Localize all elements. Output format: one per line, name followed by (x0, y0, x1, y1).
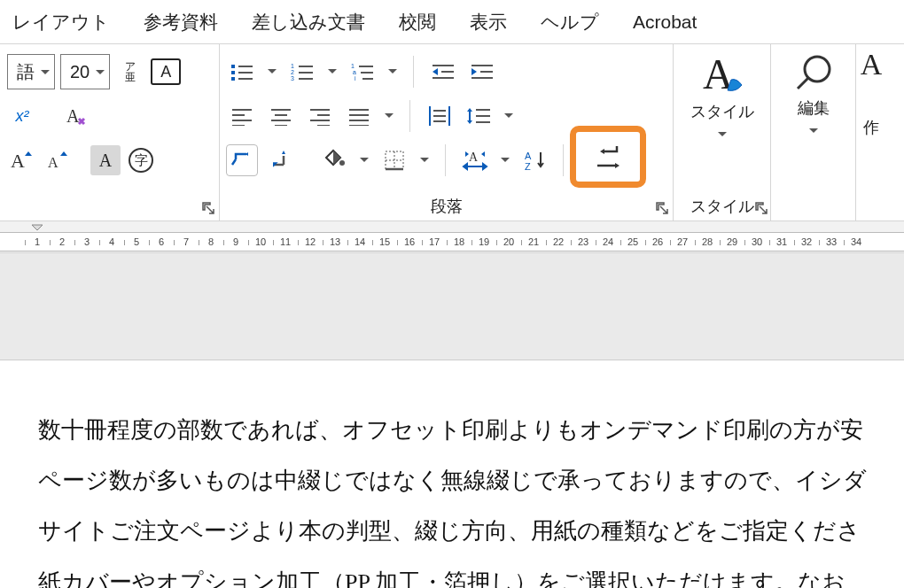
numbering-button[interactable]: 123 (287, 57, 317, 87)
fontsize-text: 20 (70, 62, 90, 82)
shrink-font-button[interactable]: A (43, 145, 73, 175)
bullets-dropdown[interactable] (266, 67, 278, 76)
svg-line-62 (798, 78, 808, 89)
svg-text:A: A (11, 150, 25, 172)
enclose-characters-button[interactable]: 字 (126, 145, 156, 175)
borders-dropdown[interactable] (418, 156, 431, 165)
ruler-tick: 6 (159, 236, 164, 247)
ruler-tick: 8 (208, 236, 214, 247)
chevron-down-icon (717, 128, 728, 143)
distribute-text-button[interactable] (425, 101, 455, 131)
svg-text:1: 1 (351, 63, 355, 69)
svg-rect-3 (231, 65, 235, 68)
tab-acrobat[interactable]: Acrobat (633, 12, 697, 33)
svg-text:a: a (353, 69, 356, 75)
character-border-button[interactable]: A (151, 58, 181, 85)
styles-group-launcher[interactable] (754, 201, 768, 215)
styles-label: スタイル (690, 101, 754, 122)
body-line[interactable]: サイトご注文ページより本の判型、綴じ方向、用紙の種類などをご指定くださ (38, 506, 904, 556)
ribbon-tabs: レイアウト 参考資料 差し込み文書 校閲 表示 ヘルプ Acrobat (0, 0, 904, 44)
ruler-tick: 34 (851, 236, 861, 247)
font-group: 語 20 ア 亜 A x² A (0, 44, 220, 220)
ruler-tick: 31 (776, 236, 787, 247)
tab-references[interactable]: 参考資料 (144, 10, 218, 35)
tab-mailings[interactable]: 差し込み文書 (252, 10, 365, 35)
align-justify-button[interactable] (344, 101, 374, 131)
shading-dropdown[interactable] (358, 156, 370, 165)
align-right-button[interactable] (305, 101, 335, 131)
addins-group-partial[interactable]: A 作 (856, 44, 881, 220)
ruler-tick: 20 (503, 236, 514, 247)
show-paragraph-marks-button[interactable] (576, 132, 640, 182)
body-line[interactable]: 紙カバーやオプション加工（PP 加工・箔押し）をご選択いただけます。なお、 (38, 557, 904, 588)
paragraph-group-launcher[interactable] (655, 201, 669, 215)
document-page[interactable]: 数十冊程度の部数であれば、オフセット印刷よりもオンデマンド印刷の方が安 ページ数… (0, 360, 904, 588)
align-left-button[interactable] (227, 101, 257, 131)
language-combo[interactable]: 語 (7, 54, 55, 89)
chevron-down-icon (95, 62, 105, 82)
ruler-tick: 4 (109, 236, 114, 247)
borders-button[interactable] (379, 145, 409, 175)
ruler-tick: 17 (429, 236, 440, 247)
search-icon (791, 50, 837, 96)
ruler-tick: 5 (134, 236, 139, 247)
fit-text-button[interactable]: A (460, 145, 490, 175)
ruler-tick: 12 (305, 236, 316, 247)
ruler-tick: 30 (752, 236, 762, 247)
styles-gallery[interactable]: A スタイル スタイル (674, 44, 771, 220)
align-center-button[interactable] (266, 101, 296, 131)
increase-indent-button[interactable] (467, 57, 497, 87)
ruler-tick: 21 (528, 236, 539, 247)
superscript-button[interactable]: x² (7, 101, 37, 131)
shading-button[interactable] (319, 145, 349, 175)
tab-view[interactable]: 表示 (470, 10, 507, 35)
ruler-tick: 14 (355, 236, 365, 247)
tab-layout[interactable]: レイアウト (12, 10, 110, 35)
chevron-down-icon (808, 124, 819, 140)
svg-text:Z: Z (525, 161, 531, 172)
addins-icon-partial: A (861, 50, 883, 80)
document-area[interactable]: 数十冊程度の部数であれば、オフセット印刷よりもオンデマンド印刷の方が安 ページ数… (0, 253, 904, 588)
clear-formatting-button[interactable]: A (60, 101, 90, 131)
ruler-tick: 22 (553, 236, 564, 247)
svg-text:A: A (469, 151, 479, 164)
ribbon: 語 20 ア 亜 A x² A (0, 44, 904, 221)
line-spacing-dropdown[interactable] (503, 112, 515, 120)
bullets-button[interactable] (227, 57, 257, 87)
text-highlight-button[interactable]: A (90, 145, 121, 175)
paragraph-group: 123 1ai (220, 44, 674, 220)
fontsize-combo[interactable]: 20 (60, 54, 110, 89)
body-line[interactable]: ページ数が多いものは中綴じではなく無線綴じで承っておりますので、イシダ (38, 455, 904, 506)
ruler-tick: 28 (702, 236, 713, 247)
ruler-tick: 26 (652, 236, 663, 247)
ruler-tick: 10 (255, 236, 266, 247)
ruler-tick: 27 (677, 236, 688, 247)
multilevel-list-button[interactable]: 1ai (347, 57, 378, 87)
align-dropdown[interactable] (383, 112, 395, 120)
text-direction-button[interactable] (266, 145, 296, 175)
ruler-tick: 9 (233, 236, 238, 247)
language-combo-text: 語 (17, 60, 35, 84)
horizontal-ruler[interactable]: 1234567891011121314151617181920212223242… (0, 221, 904, 253)
asian-layout-button[interactable] (227, 145, 257, 175)
chevron-down-icon (40, 62, 51, 82)
multilevel-dropdown[interactable] (386, 67, 399, 76)
styles-icon: A (696, 50, 749, 99)
ruler-tick: 2 (59, 236, 65, 247)
sort-button[interactable]: AZ (520, 145, 550, 175)
tab-help[interactable]: ヘルプ (541, 10, 599, 35)
ruby-button[interactable]: ア 亜 (115, 57, 145, 87)
fit-text-dropdown[interactable] (499, 156, 511, 165)
body-line[interactable]: 数十冊程度の部数であれば、オフセット印刷よりもオンデマンド印刷の方が安 (38, 405, 904, 455)
tab-review[interactable]: 校閲 (399, 10, 436, 35)
ruler-tick: 19 (479, 236, 489, 247)
numbering-dropdown[interactable] (326, 67, 339, 76)
line-spacing-button[interactable] (464, 101, 494, 131)
ruler-tick: 13 (330, 236, 340, 247)
ruler-tick: 1 (35, 236, 40, 247)
decrease-indent-button[interactable] (428, 57, 458, 87)
svg-rect-5 (231, 77, 235, 81)
font-group-launcher[interactable] (201, 201, 215, 215)
editing-group[interactable]: 編集 (771, 44, 856, 220)
grow-font-button[interactable]: A (7, 145, 37, 175)
